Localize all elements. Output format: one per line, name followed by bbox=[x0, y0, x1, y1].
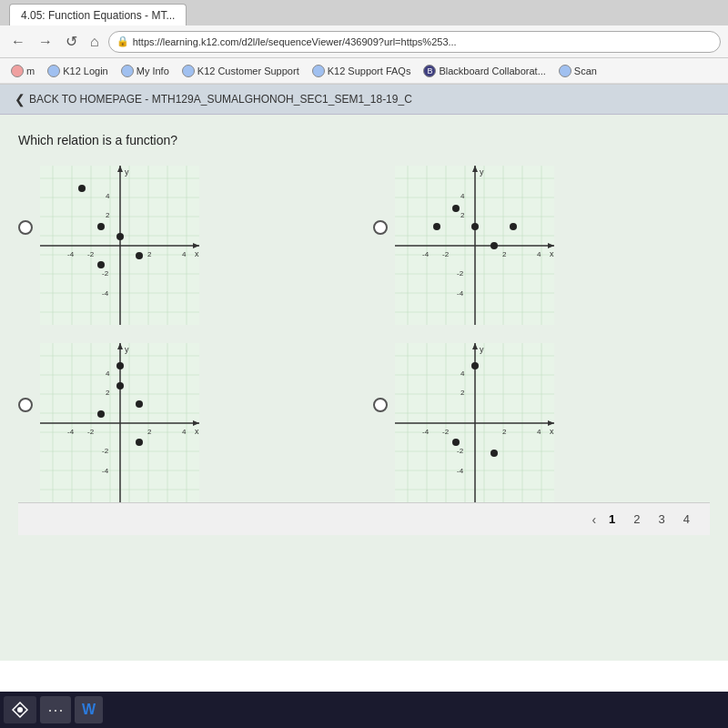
graph-a[interactable]: x y -2 -4 2 4 2 4 -2 -4 bbox=[40, 166, 199, 325]
svg-point-32 bbox=[97, 223, 105, 230]
svg-point-139 bbox=[471, 362, 479, 369]
page-3[interactable]: 3 bbox=[653, 511, 671, 528]
svg-text:2: 2 bbox=[460, 211, 465, 219]
graph-d-svg: x y -2 -4 2 4 2 4 -2 -4 bbox=[395, 343, 554, 502]
svg-text:4: 4 bbox=[460, 192, 465, 200]
svg-text:-2: -2 bbox=[87, 428, 95, 436]
svg-point-69 bbox=[471, 223, 479, 230]
active-tab[interactable]: 4.05: Function Equations - MT... bbox=[9, 4, 187, 25]
question-area: Which relation is a function? bbox=[0, 115, 728, 661]
svg-point-107 bbox=[136, 439, 143, 446]
bookmark-k12login-icon bbox=[47, 65, 60, 77]
svg-text:-2: -2 bbox=[102, 269, 109, 278]
tab-bar: 4.05: Function Equations - MT... bbox=[0, 0, 728, 25]
page-content: ❮ BACK TO HOMEPAGE - MTH129A_SUMALGHONOH… bbox=[0, 85, 728, 728]
page-4[interactable]: 4 bbox=[678, 511, 695, 528]
svg-text:2: 2 bbox=[460, 389, 465, 397]
taskbar-app1[interactable]: ⋯ bbox=[40, 696, 71, 723]
svg-text:4: 4 bbox=[460, 369, 465, 378]
bookmark-support-faqs[interactable]: K12 Support FAQs bbox=[307, 63, 417, 79]
svg-point-34 bbox=[136, 252, 143, 259]
bookmark-support-faqs-label: K12 Support FAQs bbox=[328, 66, 411, 76]
bookmark-support-faqs-icon bbox=[312, 65, 325, 77]
graph-c[interactable]: x y -2 -4 2 4 2 4 -2 -4 bbox=[40, 343, 199, 502]
graph-a-svg: x y -2 -4 2 4 2 4 -2 -4 bbox=[40, 166, 199, 325]
graph-option-a: x y -2 -4 2 4 2 4 -2 -4 bbox=[18, 166, 355, 325]
svg-text:4: 4 bbox=[537, 428, 541, 436]
svg-point-71 bbox=[490, 242, 498, 249]
svg-point-70 bbox=[510, 223, 517, 230]
svg-text:-2: -2 bbox=[102, 447, 109, 455]
svg-text:2: 2 bbox=[106, 211, 110, 219]
bookmark-m-icon bbox=[11, 65, 24, 77]
graph-b[interactable]: x y -2 -4 2 4 2 4 -2 -4 bbox=[395, 166, 554, 325]
bookmark-m-label: m bbox=[26, 66, 35, 76]
svg-text:4: 4 bbox=[106, 192, 110, 200]
back-link[interactable]: ❮ BACK TO HOMEPAGE - MTH129A_SUMALGHONOH… bbox=[0, 85, 728, 115]
svg-text:2: 2 bbox=[147, 250, 152, 258]
radio-b[interactable] bbox=[373, 220, 388, 235]
breadcrumb: BACK TO HOMEPAGE - MTH129A_SUMALGHONOH_S… bbox=[29, 93, 412, 106]
home-button[interactable]: ⌂ bbox=[86, 32, 103, 52]
svg-text:x: x bbox=[195, 249, 199, 258]
bookmark-k12login-label: K12 Login bbox=[63, 66, 108, 76]
svg-text:-2: -2 bbox=[442, 250, 450, 258]
svg-point-103 bbox=[116, 362, 124, 369]
svg-text:2: 2 bbox=[502, 428, 507, 436]
svg-point-105 bbox=[136, 400, 143, 408]
page-2[interactable]: 2 bbox=[628, 511, 645, 528]
nav-bar: ← → ↺ ⌂ 🔒 https://learning.k12.com/d2l/l… bbox=[0, 25, 728, 58]
svg-text:-2: -2 bbox=[87, 250, 95, 258]
bookmark-blackboard-label: Blackboard Collaborat... bbox=[439, 66, 545, 76]
bookmark-customer-support[interactable]: K12 Customer Support bbox=[177, 63, 305, 79]
svg-text:-4: -4 bbox=[457, 289, 464, 298]
page-1[interactable]: 1 bbox=[603, 511, 621, 528]
radio-c[interactable] bbox=[18, 398, 33, 412]
bookmark-myinfo[interactable]: My Info bbox=[116, 63, 175, 79]
graph-c-svg: x y -2 -4 2 4 2 4 -2 -4 bbox=[40, 343, 199, 502]
svg-point-33 bbox=[116, 233, 124, 240]
start-icon bbox=[11, 701, 29, 719]
svg-point-141 bbox=[490, 450, 498, 457]
graphs-grid: x y -2 -4 2 4 2 4 -2 -4 bbox=[18, 166, 710, 502]
bookmark-customer-support-icon bbox=[182, 65, 195, 77]
forward-button[interactable]: → bbox=[35, 32, 56, 52]
svg-point-104 bbox=[116, 382, 124, 389]
page-back-button[interactable]: ‹ bbox=[592, 512, 596, 527]
svg-text:2: 2 bbox=[502, 250, 507, 258]
bookmark-scan-label: Scan bbox=[574, 66, 597, 76]
bookmark-scan[interactable]: Scan bbox=[553, 63, 602, 79]
reload-button[interactable]: ↺ bbox=[62, 31, 81, 52]
radio-a[interactable] bbox=[18, 220, 33, 235]
tab-label: 4.05: Function Equations - MT... bbox=[21, 9, 175, 22]
svg-text:2: 2 bbox=[147, 428, 152, 436]
svg-text:4: 4 bbox=[106, 369, 110, 378]
taskbar-app2[interactable]: W bbox=[75, 696, 103, 723]
lock-icon: 🔒 bbox=[116, 35, 129, 47]
back-arrow-icon: ❮ bbox=[15, 92, 25, 106]
svg-text:-4: -4 bbox=[67, 250, 75, 258]
svg-text:-4: -4 bbox=[457, 467, 464, 475]
svg-text:-4: -4 bbox=[102, 289, 109, 298]
taskbar: ⋯ W bbox=[0, 692, 728, 728]
radio-d[interactable] bbox=[373, 398, 388, 412]
svg-text:x: x bbox=[550, 249, 554, 258]
bookmark-m[interactable]: m bbox=[5, 63, 40, 79]
address-bar[interactable]: 🔒 https://learning.k12.com/d2l/le/sequen… bbox=[108, 31, 721, 53]
svg-text:-4: -4 bbox=[422, 250, 430, 258]
svg-point-143 bbox=[17, 707, 23, 713]
start-button[interactable] bbox=[4, 696, 36, 723]
url-text: https://learning.k12.com/d2l/le/sequence… bbox=[133, 36, 457, 47]
svg-text:-4: -4 bbox=[102, 467, 109, 475]
svg-text:-4: -4 bbox=[67, 428, 75, 436]
graph-option-d: x y -2 -4 2 4 2 4 -2 -4 bbox=[373, 343, 710, 502]
svg-text:-2: -2 bbox=[442, 428, 450, 436]
graph-option-b: x y -2 -4 2 4 2 4 -2 -4 bbox=[373, 166, 710, 325]
back-button[interactable]: ← bbox=[7, 32, 29, 52]
svg-text:y: y bbox=[125, 345, 129, 354]
svg-text:y: y bbox=[480, 167, 484, 177]
graph-d[interactable]: x y -2 -4 2 4 2 4 -2 -4 bbox=[395, 343, 554, 502]
pagination: ‹ 1 2 3 4 bbox=[18, 502, 710, 535]
bookmark-k12login[interactable]: K12 Login bbox=[42, 63, 114, 79]
bookmark-blackboard[interactable]: B Blackboard Collaborat... bbox=[418, 63, 551, 79]
